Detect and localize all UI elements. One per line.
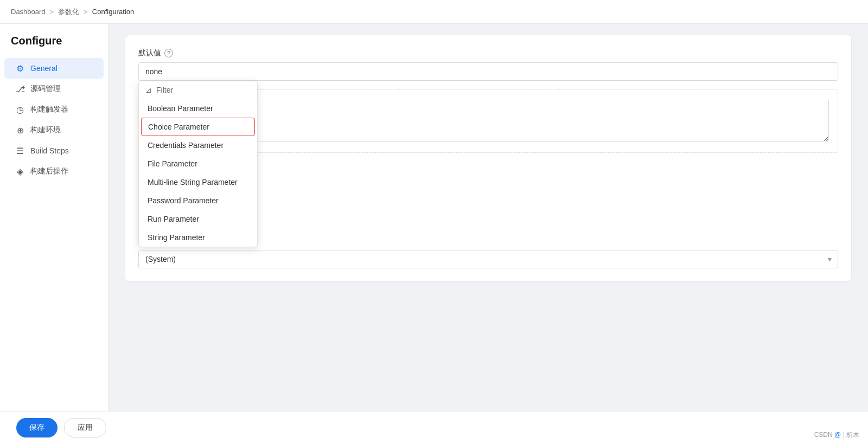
- dropdown-item-run[interactable]: Run Parameter: [139, 210, 257, 228]
- globe-icon: ⊕: [15, 125, 25, 135]
- sidebar-item-general[interactable]: ⚙ General: [4, 58, 104, 79]
- default-value-help-icon[interactable]: ?: [164, 49, 173, 57]
- dropdown-item-choice[interactable]: Choice Parameter: [141, 118, 255, 136]
- default-value-wrapper: ⊿ Filter Boolean Parameter Choice Parame…: [138, 62, 838, 81]
- breadcrumb: Dashboard > 参数化 > Configuration: [0, 0, 868, 24]
- sidebar-label-steps: Build Steps: [30, 146, 69, 155]
- branch-icon: ⎇: [15, 84, 25, 94]
- sidebar-item-post[interactable]: ◈ 构建后操作: [4, 161, 104, 182]
- sidebar-label-env: 构建环境: [30, 125, 61, 135]
- jdk-select[interactable]: (System): [138, 250, 838, 268]
- dropdown-filter-row: ⊿ Filter: [139, 81, 257, 99]
- steps-icon: ☰: [15, 146, 25, 156]
- filter-icon: ⊿: [145, 86, 152, 94]
- apply-button[interactable]: 应用: [64, 418, 106, 437]
- sidebar-label-general: General: [30, 64, 58, 73]
- sidebar-item-source[interactable]: ⎇ 源码管理: [4, 79, 104, 99]
- watermark-prefix: CSDN: [814, 431, 833, 439]
- watermark: CSDN @ | 析木: [814, 430, 859, 440]
- dropdown-item-multiline[interactable]: Multi-line String Parameter: [139, 173, 257, 191]
- sidebar-title: Configure: [0, 35, 108, 58]
- dropdown-item-credentials[interactable]: Credentials Parameter: [139, 136, 257, 155]
- save-button[interactable]: 保存: [16, 418, 58, 437]
- clock-icon: ◷: [15, 105, 25, 114]
- sidebar-item-env[interactable]: ⊕ 构建环境: [4, 120, 104, 140]
- sidebar: Configure ⚙ General ⎇ 源码管理 ◷ 构建触发器 ⊕ 构建环…: [0, 24, 108, 411]
- watermark-suffix: 析木: [846, 431, 859, 439]
- sidebar-label-triggers: 构建触发器: [30, 105, 68, 114]
- form-section: 默认值 ? ⊿ Filter Boolean Parameter Choice …: [125, 35, 852, 282]
- gear-icon: ⚙: [15, 63, 25, 73]
- dropdown-item-file[interactable]: File Parameter: [139, 155, 257, 173]
- filter-label: Filter: [156, 86, 173, 94]
- content-area: 默认值 ? ⊿ Filter Boolean Parameter Choice …: [108, 24, 868, 411]
- watermark-at: @: [834, 431, 841, 439]
- parameter-dropdown-menu: ⊿ Filter Boolean Parameter Choice Parame…: [138, 81, 258, 247]
- diamond-icon: ◈: [15, 166, 25, 176]
- sidebar-item-triggers[interactable]: ◷ 构建触发器: [4, 99, 104, 120]
- dropdown-item-string[interactable]: String Parameter: [139, 228, 257, 247]
- dropdown-item-password[interactable]: Password Parameter: [139, 191, 257, 210]
- sidebar-item-steps[interactable]: ☰ Build Steps: [4, 140, 104, 161]
- breadcrumb-sep-1: >: [50, 8, 54, 16]
- dropdown-item-boolean[interactable]: Boolean Parameter: [139, 99, 257, 118]
- sidebar-label-source: 源码管理: [30, 84, 61, 94]
- default-value-input[interactable]: [138, 62, 838, 81]
- breadcrumb-dashboard[interactable]: Dashboard: [11, 8, 46, 16]
- default-value-label: 默认值 ?: [138, 48, 838, 58]
- action-bar: 保存 应用: [0, 411, 868, 444]
- breadcrumb-configuration: Configuration: [92, 8, 134, 16]
- jdk-select-wrapper: (System) ▾: [138, 250, 838, 268]
- breadcrumb-sep-2: >: [84, 8, 88, 16]
- breadcrumb-parameterize[interactable]: 参数化: [58, 7, 79, 17]
- sidebar-label-post: 构建后操作: [30, 166, 68, 176]
